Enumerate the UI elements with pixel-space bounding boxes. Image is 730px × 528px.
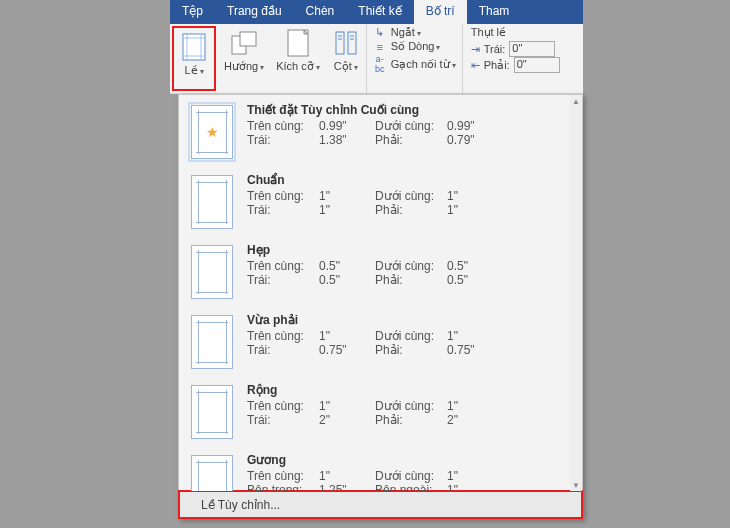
hyphenation-button[interactable]: a-bcGạch nối từ — [373, 54, 456, 74]
margins-preset-narrow[interactable]: Hẹp Trên cùng:0.5" Dưới cùng:0.5" Trái:0… — [179, 235, 582, 305]
hyphenation-icon: a-bc — [373, 54, 387, 74]
svg-rect-6 — [240, 32, 256, 46]
value-bottom: 0.99" — [447, 119, 497, 133]
orientation-icon — [230, 28, 258, 58]
tab-references[interactable]: Tham — [467, 0, 522, 24]
hyphenation-label: Gạch nối từ — [391, 58, 456, 71]
indent-left-input[interactable]: 0" — [509, 41, 555, 57]
custom-margins-button[interactable]: Lề Tùy chỉnh... — [179, 491, 582, 518]
dropdown-scrollbar[interactable]: ▲ ▼ — [570, 95, 582, 491]
value-top: 0.5" — [319, 259, 375, 273]
label-right: Phải: — [375, 413, 447, 427]
value-right: 0.75" — [447, 343, 497, 357]
label-bottom: Dưới cùng: — [375, 329, 447, 343]
label-top: Trên cùng: — [247, 259, 319, 273]
label-bottom: Dưới cùng: — [375, 119, 447, 133]
word-layout-window: Tệp Trang đầu Chèn Thiết kế Bố trí Tham … — [170, 0, 583, 94]
breaks-label: Ngắt — [391, 26, 421, 39]
margins-label: Lề — [184, 64, 203, 77]
line-numbers-button[interactable]: ≡Số Dòng — [373, 40, 456, 53]
margins-dropdown: ★ Thiết đặt Tùy chỉnh Cuối cùng Trên cùn… — [178, 94, 583, 519]
preset-title: Rộng — [247, 383, 570, 397]
line-numbers-label: Số Dòng — [391, 40, 441, 53]
label-outside: Bên ngoài: — [375, 483, 447, 491]
scroll-down-icon[interactable]: ▼ — [570, 479, 582, 491]
value-right: 2" — [447, 413, 497, 427]
page-setup-small-group: ↳Ngắt ≡Số Dòng a-bcGạch nối từ — [366, 24, 462, 93]
indent-right-label: Phải: — [484, 59, 510, 72]
value-top: 1" — [319, 189, 375, 203]
label-left: Trái: — [247, 203, 319, 217]
label-left: Trái: — [247, 343, 319, 357]
margins-preset-mirrored[interactable]: Gương Trên cùng:1" Dưới cùng:1" Bên tron… — [179, 445, 582, 491]
tab-home[interactable]: Trang đầu — [215, 0, 294, 24]
breaks-button[interactable]: ↳Ngắt — [373, 26, 456, 39]
label-top: Trên cùng: — [247, 119, 319, 133]
margins-preset-wide[interactable]: Rộng Trên cùng:1" Dưới cùng:1" Trái:2" P… — [179, 375, 582, 445]
preset-thumb — [191, 245, 233, 299]
columns-label: Cột — [334, 60, 358, 73]
preset-info: Hẹp Trên cùng:0.5" Dưới cùng:0.5" Trái:0… — [247, 243, 570, 299]
value-left: 2" — [319, 413, 375, 427]
label-top: Trên cùng: — [247, 329, 319, 343]
tab-layout[interactable]: Bố trí — [414, 0, 467, 24]
label-bottom: Dưới cùng: — [375, 399, 447, 413]
tab-design[interactable]: Thiết kế — [346, 0, 413, 24]
preset-info: Vừa phải Trên cùng:1" Dưới cùng:1" Trái:… — [247, 313, 570, 369]
value-inside: 1.25" — [319, 483, 375, 491]
label-right: Phải: — [375, 203, 447, 217]
value-top: 1" — [319, 399, 375, 413]
label-top: Trên cùng: — [247, 189, 319, 203]
ribbon: Lề Hướng Kích cỡ Cột ↳Ngắt ≡Số Dòng a-bc… — [170, 24, 583, 94]
star-icon: ★ — [206, 124, 219, 140]
orientation-button[interactable]: Hướng — [218, 24, 270, 93]
label-inside: Bên trong: — [247, 483, 319, 491]
margins-highlight: Lề — [172, 26, 216, 91]
preset-title: Hẹp — [247, 243, 570, 257]
value-bottom: 1" — [447, 189, 497, 203]
size-label: Kích cỡ — [276, 60, 320, 73]
margins-list: ★ Thiết đặt Tùy chỉnh Cuối cùng Trên cùn… — [179, 95, 582, 491]
indent-right-icon: ⇤ — [471, 59, 480, 72]
value-top: 0.99" — [319, 119, 375, 133]
preset-title: Chuẩn — [247, 173, 570, 187]
ribbon-tabbar: Tệp Trang đầu Chèn Thiết kế Bố trí Tham — [170, 0, 583, 24]
label-top: Trên cùng: — [247, 469, 319, 483]
margins-preset-moderate[interactable]: Vừa phải Trên cùng:1" Dưới cùng:1" Trái:… — [179, 305, 582, 375]
columns-button[interactable]: Cột — [326, 24, 366, 93]
scroll-up-icon[interactable]: ▲ — [570, 95, 582, 107]
columns-icon — [332, 28, 360, 58]
margins-icon — [180, 32, 208, 62]
indent-group: Thụt lề ⇥ Trái: 0" ⇤ Phải: 0" — [462, 24, 568, 93]
preset-thumb — [191, 455, 233, 491]
label-left: Trái: — [247, 133, 319, 147]
tab-insert[interactable]: Chèn — [294, 0, 347, 24]
tab-file[interactable]: Tệp — [170, 0, 215, 24]
size-button[interactable]: Kích cỡ — [270, 24, 326, 93]
label-right: Phải: — [375, 133, 447, 147]
preset-info: Rộng Trên cùng:1" Dưới cùng:1" Trái:2" P… — [247, 383, 570, 439]
preset-thumb — [191, 385, 233, 439]
margins-preset-normal[interactable]: Chuẩn Trên cùng:1" Dưới cùng:1" Trái:1" … — [179, 165, 582, 235]
orientation-label: Hướng — [224, 60, 264, 73]
label-bottom: Dưới cùng: — [375, 189, 447, 203]
preset-info: Gương Trên cùng:1" Dưới cùng:1" Bên tron… — [247, 453, 570, 491]
preset-thumb: ★ — [191, 105, 233, 159]
preset-title: Vừa phải — [247, 313, 570, 327]
label-left: Trái: — [247, 273, 319, 287]
label-bottom: Dưới cùng: — [375, 259, 447, 273]
value-right: 0.5" — [447, 273, 497, 287]
value-outside: 1" — [447, 483, 497, 491]
value-left: 1" — [319, 203, 375, 217]
svg-rect-9 — [348, 32, 356, 54]
label-right: Phải: — [375, 343, 447, 357]
preset-thumb — [191, 315, 233, 369]
margins-preset-last-custom[interactable]: ★ Thiết đặt Tùy chỉnh Cuối cùng Trên cùn… — [179, 95, 582, 165]
label-top: Trên cùng: — [247, 399, 319, 413]
label-bottom: Dưới cùng: — [375, 469, 447, 483]
value-left: 0.75" — [319, 343, 375, 357]
size-icon — [284, 28, 312, 58]
preset-info: Chuẩn Trên cùng:1" Dưới cùng:1" Trái:1" … — [247, 173, 570, 229]
indent-right-input[interactable]: 0" — [514, 57, 560, 73]
margins-button[interactable]: Lề — [174, 28, 214, 81]
